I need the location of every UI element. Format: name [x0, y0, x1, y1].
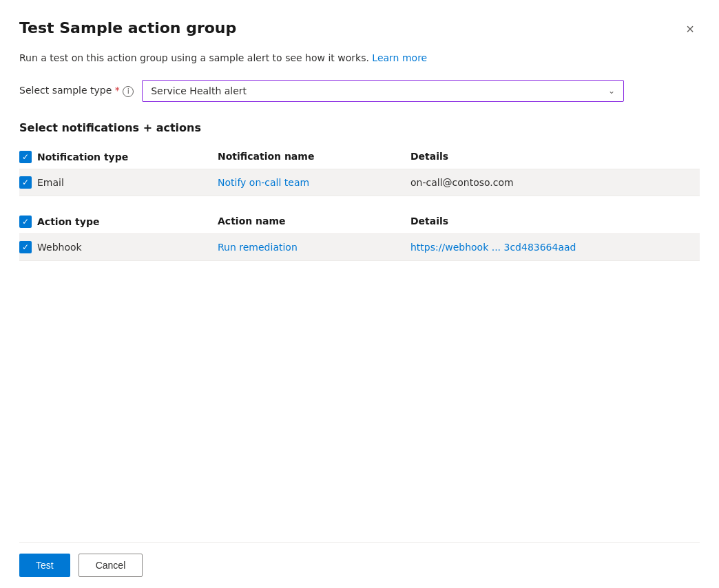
notifications-section: Select notifications + actions Notificat… [19, 121, 700, 275]
required-indicator: * [115, 85, 120, 96]
footer: Test Cancel [19, 542, 700, 588]
notification-header-checkbox[interactable] [19, 151, 32, 163]
sample-type-dropdown[interactable]: Service Health alert ⌄ [142, 80, 624, 102]
dropdown-value: Service Health alert [151, 85, 247, 96]
description-text: Run a test on this action group using a … [19, 52, 700, 63]
chevron-down-icon: ⌄ [608, 86, 615, 96]
action-header-checkbox[interactable] [19, 216, 32, 228]
notification-header-type: Notification type [19, 151, 212, 163]
action-row-checkbox[interactable] [19, 241, 32, 253]
action-header-name: Action name [212, 216, 405, 228]
dialog: Test Sample action group × Run a test on… [0, 0, 719, 588]
learn-more-link[interactable]: Learn more [372, 52, 427, 63]
notification-cell-type: Email [19, 176, 212, 189]
test-button[interactable]: Test [19, 554, 70, 577]
notification-header-name: Notification name [212, 151, 405, 163]
notification-cell-details: on-call@contoso.com [405, 176, 700, 189]
sample-type-label: Select sample type * i [19, 85, 134, 97]
notification-table: Notification type Notification name Deta… [19, 145, 700, 196]
action-cell-details: https://webhook ... 3cd483664aad [405, 241, 700, 253]
sample-type-row: Select sample type * i Service Health al… [19, 80, 700, 102]
cancel-button[interactable]: Cancel [79, 554, 143, 577]
action-cell-type: Webhook [19, 241, 212, 253]
dialog-title: Test Sample action group [19, 19, 236, 36]
notification-cell-name: Notify on-call team [212, 176, 405, 189]
dialog-header: Test Sample action group × [19, 19, 700, 39]
notification-row-checkbox[interactable] [19, 176, 32, 189]
section-title: Select notifications + actions [19, 121, 700, 134]
action-header-details: Details [405, 216, 700, 228]
info-icon: i [123, 86, 134, 97]
action-header-type: Action type [19, 216, 212, 228]
close-button[interactable]: × [680, 19, 700, 39]
notification-row: Email Notify on-call team on-call@contos… [19, 169, 700, 196]
action-cell-name: Run remediation [212, 241, 405, 253]
action-table: Action type Action name Details Webhook … [19, 210, 700, 261]
notification-header-details: Details [405, 151, 700, 163]
action-table-header: Action type Action name Details [19, 210, 700, 234]
action-row: Webhook Run remediation https://webhook … [19, 234, 700, 261]
description-static: Run a test on this action group using a … [19, 52, 369, 63]
notification-table-header: Notification type Notification name Deta… [19, 145, 700, 169]
